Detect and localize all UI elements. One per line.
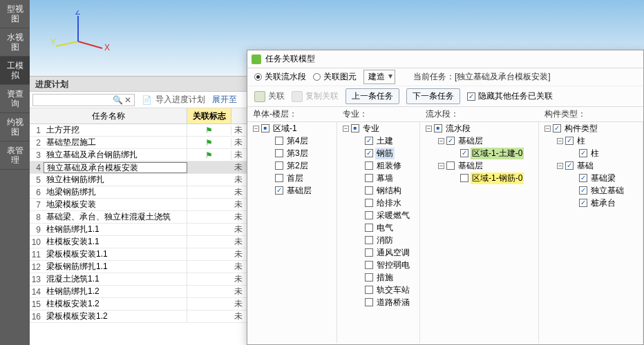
checkbox[interactable]	[365, 298, 373, 306]
tree-specialty[interactable]: 专业 土建 钢筋 粗装修 幕墙 钢结构 给排水 采暖燃气 电气 消防	[337, 122, 420, 343]
tree-node[interactable]: 区域-1	[247, 122, 337, 135]
tree-node[interactable]: 专业	[337, 122, 419, 135]
task-name-cell[interactable]: 基础垫层施工	[44, 137, 187, 148]
task-name-cell[interactable]: 梁板模板安装1.2	[44, 310, 187, 322]
task-name-cell[interactable]: 独立基础及承台钢筋绑扎	[44, 149, 187, 161]
tree-node[interactable]: 第3层	[247, 147, 337, 159]
dialog-titlebar[interactable]: 任务关联模型	[247, 50, 643, 68]
tree-node[interactable]: 通风空调	[337, 246, 419, 259]
checkbox[interactable]	[565, 161, 574, 170]
tree-node[interactable]: 流水段	[420, 122, 538, 135]
tree-node[interactable]: 道路桥涵	[337, 296, 419, 308]
checkbox[interactable]	[579, 149, 587, 157]
checkbox[interactable]	[434, 124, 442, 132]
link-button[interactable]: 关联	[254, 90, 285, 102]
checkbox[interactable]	[275, 186, 283, 195]
tree-node[interactable]: 土建	[337, 135, 419, 147]
tree-node[interactable]: 钢结构	[337, 184, 419, 197]
hide-others-checkbox[interactable]: 隐藏其他任务已关联	[467, 90, 553, 102]
checkbox[interactable]	[553, 124, 561, 132]
toggle-icon[interactable]	[426, 126, 432, 132]
tree-node[interactable]: 轨交车站	[337, 284, 419, 296]
tree-node[interactable]: 采暖燃气	[337, 209, 419, 221]
checkbox[interactable]	[365, 149, 373, 157]
checkbox[interactable]	[275, 174, 283, 182]
checkbox[interactable]	[365, 236, 373, 244]
search-icon[interactable]: 🔍	[113, 94, 123, 106]
checkbox[interactable]	[351, 124, 359, 132]
import-button[interactable]: 📄 导入进度计划	[140, 94, 205, 106]
prev-task-button[interactable]: 上一条任务	[345, 88, 399, 104]
toggle-icon[interactable]	[253, 126, 259, 132]
task-name-cell[interactable]: 柱钢筋绑扎1.1	[44, 224, 187, 235]
rail-item[interactable]: 型视图	[0, 0, 30, 28]
checkbox[interactable]	[275, 149, 283, 157]
checkbox[interactable]	[446, 137, 455, 145]
task-name-cell[interactable]: 地梁钢筋绑扎	[44, 186, 187, 198]
checkbox[interactable]	[365, 261, 373, 269]
tree-node[interactable]: 智控弱电	[337, 259, 419, 271]
tree-node[interactable]: 构件类型	[539, 122, 643, 135]
toggle-icon[interactable]	[557, 163, 563, 169]
radio-segment[interactable]: 关联流水段	[254, 71, 306, 83]
tree-node[interactable]: 幕墙	[337, 172, 419, 184]
checkbox[interactable]	[365, 174, 373, 182]
checkbox[interactable]	[365, 248, 373, 257]
tree-node[interactable]: 柱	[539, 135, 643, 147]
toggle-icon[interactable]	[343, 126, 349, 132]
toggle-icon[interactable]	[544, 126, 551, 132]
checkbox[interactable]	[365, 224, 373, 232]
task-name-cell[interactable]: 地梁模板安装	[44, 199, 187, 210]
rail-item[interactable]: 约视图	[0, 113, 30, 141]
task-name-cell[interactable]: 梁板钢筋绑扎1.1	[44, 261, 187, 273]
rail-item[interactable]: 表管理	[0, 141, 30, 170]
task-name-cell[interactable]: 梁板模板安装1.1	[44, 248, 187, 260]
checkbox[interactable]	[261, 124, 269, 132]
tree-node[interactable]: 基础梁	[539, 172, 643, 184]
checkbox[interactable]	[579, 199, 587, 207]
checkbox[interactable]	[446, 161, 455, 170]
task-name-cell[interactable]: 基础梁、承台、独立柱混凝土浇筑	[44, 211, 187, 223]
tree-building[interactable]: 区域-1 第4层 第3层 第2层 首层 基础层	[247, 122, 337, 343]
rail-item[interactable]: 工模拟	[0, 57, 30, 85]
expand-button[interactable]: 展开至	[212, 94, 237, 106]
rail-item[interactable]: 水视图	[0, 28, 30, 57]
checkbox[interactable]	[365, 199, 373, 207]
copy-link-button[interactable]: 复制关联	[292, 90, 339, 102]
tree-node[interactable]: 基础层	[247, 184, 337, 197]
checkbox[interactable]	[365, 273, 373, 282]
tree-component[interactable]: 构件类型 柱 柱 基础 基础梁 独立基础 桩承台	[539, 122, 643, 343]
task-name-cell[interactable]: 独立基础及承台模板安装	[44, 162, 187, 173]
search-input[interactable]	[35, 95, 113, 105]
tree-node[interactable]: 电气	[337, 221, 419, 234]
tree-node[interactable]: 区域-1-土建-0	[420, 147, 538, 159]
task-name-cell[interactable]: 土方开挖	[44, 124, 187, 136]
tree-node[interactable]: 第4层	[247, 135, 337, 147]
tree-node[interactable]: 独立基础	[539, 184, 643, 197]
col-task-name[interactable]: 任务名称	[30, 108, 187, 124]
tree-node[interactable]: 桩承台	[539, 197, 643, 209]
clear-icon[interactable]: ✕	[123, 94, 133, 106]
rail-item[interactable]: 资查询	[0, 85, 30, 113]
tree-node[interactable]: 第2层	[247, 159, 337, 172]
tree-node[interactable]: 粗装修	[337, 159, 419, 172]
task-name-cell[interactable]: 独立柱钢筋绑扎	[44, 174, 187, 186]
radio-primitive[interactable]: 关联图元	[313, 71, 357, 83]
tree-node[interactable]: 基础	[539, 159, 643, 172]
checkbox[interactable]	[460, 174, 468, 182]
checkbox[interactable]	[579, 186, 587, 195]
task-name-cell[interactable]: 柱模板安装1.2	[44, 298, 187, 310]
task-name-cell[interactable]: 柱模板安装1.1	[44, 236, 187, 248]
task-name-cell[interactable]: 混凝土浇筑1.1	[44, 273, 187, 285]
tree-node[interactable]: 区域-1-钢筋-0	[420, 172, 538, 184]
task-name-cell[interactable]: 柱钢筋绑扎1.2	[44, 286, 187, 297]
search-box[interactable]: 🔍 ✕	[32, 94, 135, 106]
next-task-button[interactable]: 下一条任务	[406, 88, 460, 104]
tree-node[interactable]: 柱	[539, 147, 643, 159]
checkbox[interactable]	[365, 186, 373, 195]
tree-node[interactable]: 措施	[337, 271, 419, 284]
checkbox[interactable]	[579, 174, 587, 182]
mode-combo[interactable]: 建造	[363, 70, 395, 84]
tree-node[interactable]: 给排水	[337, 197, 419, 209]
checkbox[interactable]	[365, 161, 373, 170]
